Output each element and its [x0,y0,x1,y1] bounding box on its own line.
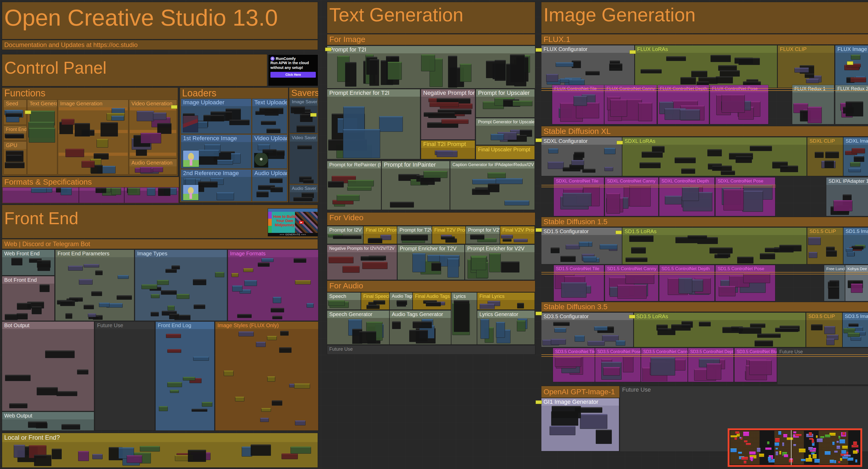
node[interactable] [638,102,652,121]
node[interactable] [680,77,696,85]
node[interactable] [514,239,528,242]
node[interactable] [604,148,616,154]
node[interactable] [850,77,866,82]
node[interactable] [691,71,707,77]
node[interactable] [77,370,88,375]
node[interactable] [709,247,733,254]
node[interactable] [775,448,778,450]
node[interactable] [842,432,845,435]
group-prompt-enricher-v2v[interactable]: Prompt Enricher for V2V [465,245,534,280]
node[interactable] [75,123,90,137]
node[interactable] [742,190,763,212]
node[interactable] [853,442,858,445]
node[interactable] [808,447,813,450]
node[interactable] [388,62,402,80]
node[interactable] [569,79,585,85]
node[interactable] [775,438,780,442]
node[interactable] [563,193,591,206]
node[interactable] [413,321,432,328]
node[interactable] [259,108,283,114]
node[interactable] [833,200,852,211]
group-sdxl-ipadapter-1[interactable]: SDXL IPAdapter 1 [826,177,868,216]
node[interactable] [665,196,682,204]
group-sd15-loras[interactable]: SD1.5 LoRAs [622,228,807,264]
node[interactable] [158,188,170,196]
group-sdxl-strip[interactable]: Stable Diffusion XL [541,126,868,136]
group-prompt-for-i2v[interactable]: Prompt for I2V [327,226,363,244]
node[interactable] [430,102,459,107]
group-audio-saver[interactable]: Audio Saver [290,185,318,202]
node[interactable] [841,450,846,454]
group-seed[interactable]: Seed [4,100,26,125]
node[interactable] [629,235,653,242]
group-documentation-strip[interactable]: Documentation and Updates at https://oc.… [2,40,318,50]
node[interactable] [750,146,772,151]
group-image-formats[interactable]: Image Formats [228,250,318,321]
node[interactable] [721,171,735,175]
node[interactable] [757,448,761,452]
node[interactable] [510,54,525,83]
group-flux-controlnet-pose[interactable]: FLUX ControlNet Pose [710,85,768,124]
node[interactable] [579,242,589,247]
group-front-end-parameters[interactable]: Front End Parameters [55,250,134,321]
node[interactable] [5,375,31,381]
node[interactable] [441,119,469,124]
node[interactable] [759,454,764,457]
node[interactable] [546,74,559,82]
node[interactable] [814,459,820,463]
group-kohya[interactable]: Kohya Dee [845,265,868,301]
node[interactable] [343,129,380,158]
group-video-generation-function[interactable]: Video Generation [129,100,177,158]
group-prompt-for-t2v[interactable]: Prompt for T2V [397,226,432,244]
group-sdxl-loras[interactable]: SDXL LoRAs [622,137,807,176]
node[interactable] [6,155,22,160]
node[interactable] [188,450,206,462]
node[interactable] [60,300,75,306]
node[interactable] [272,400,282,406]
node[interactable] [491,134,504,140]
node[interactable] [548,148,558,153]
node[interactable] [853,450,858,454]
group-future-use-textgen[interactable]: Future Use [327,345,535,354]
node[interactable] [825,160,834,168]
node[interactable] [431,263,441,271]
node[interactable] [215,272,224,277]
node[interactable] [111,116,124,121]
node[interactable] [560,256,576,262]
node[interactable] [749,451,756,455]
runcomfy-ad[interactable]: RRunComfy Run APW in the cloud without a… [268,54,318,86]
collapsed-node[interactable] [310,113,317,117]
group-text-uploader[interactable]: Text Uploader [252,99,287,134]
group-audio-tags[interactable]: Audio Tags [390,293,412,310]
node[interactable] [625,258,647,262]
node[interactable] [496,322,505,338]
node[interactable] [795,434,802,436]
node[interactable] [97,139,108,148]
node[interactable] [707,149,722,156]
node[interactable] [256,342,266,347]
node[interactable] [202,402,212,407]
node[interactable] [167,349,181,353]
node[interactable] [680,109,700,120]
node[interactable] [401,235,428,240]
node[interactable] [842,446,848,449]
group-for-image-strip[interactable]: For Image [327,34,535,45]
node[interactable] [32,306,41,314]
node[interactable] [486,61,495,78]
node[interactable] [571,160,584,165]
node[interactable] [167,382,182,387]
group-sd35-controlnet-depth[interactable]: SD3.5 ControlNet Depth [688,348,734,382]
node[interactable] [127,455,142,463]
group-final-t2i-prompt[interactable]: Final T2I Prompt [421,141,475,159]
node[interactable] [367,305,380,309]
node[interactable] [651,357,675,375]
node[interactable] [424,171,447,178]
node[interactable] [642,152,663,157]
group-flux-image-gen[interactable]: FLUX Image Gen [835,46,868,88]
node[interactable] [390,202,414,207]
node[interactable] [183,377,195,381]
group-flux1-strip[interactable]: FLUX.1 [541,34,868,45]
node[interactable] [472,188,490,195]
node[interactable] [140,167,151,173]
node[interactable] [574,96,587,106]
